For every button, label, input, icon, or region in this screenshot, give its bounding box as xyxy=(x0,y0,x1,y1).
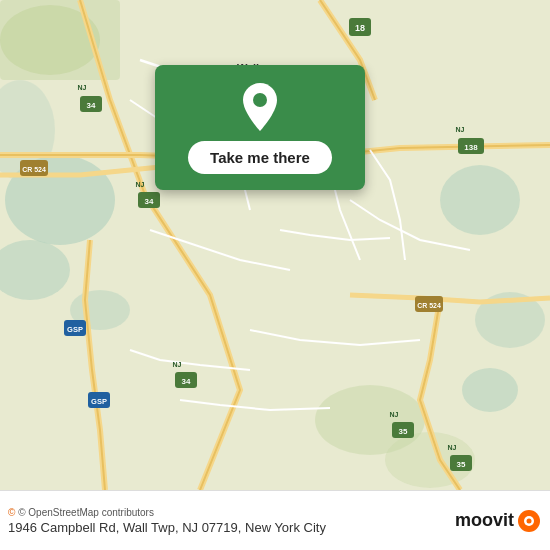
svg-text:35: 35 xyxy=(457,460,466,469)
osm-credit: © © OpenStreetMap contributors xyxy=(8,507,326,518)
svg-text:34: 34 xyxy=(145,197,154,206)
svg-text:NJ: NJ xyxy=(456,126,465,133)
svg-text:NJ: NJ xyxy=(173,361,182,368)
svg-text:GSP: GSP xyxy=(91,397,107,406)
copyright-symbol: © xyxy=(8,507,15,518)
svg-text:138: 138 xyxy=(464,143,478,152)
location-card: Take me there xyxy=(155,65,365,190)
svg-point-46 xyxy=(527,518,532,523)
svg-point-4 xyxy=(440,165,520,235)
moovit-logo: moovit xyxy=(455,510,540,532)
svg-text:CR 524: CR 524 xyxy=(417,302,441,309)
moovit-logo-text: moovit xyxy=(455,510,514,531)
take-me-there-button[interactable]: Take me there xyxy=(188,141,332,174)
svg-text:NJ: NJ xyxy=(448,444,457,451)
svg-text:35: 35 xyxy=(399,427,408,436)
svg-text:34: 34 xyxy=(182,377,191,386)
map-pin-icon xyxy=(240,83,280,131)
bottom-bar: © © OpenStreetMap contributors 1946 Camp… xyxy=(0,490,550,550)
svg-text:GSP: GSP xyxy=(67,325,83,334)
map-container: 34 NJ 34 NJ 34 NJ 138 NJ 138 NJ 35 NJ 35… xyxy=(0,0,550,490)
svg-point-6 xyxy=(462,368,518,412)
svg-point-44 xyxy=(253,93,267,107)
svg-text:NJ: NJ xyxy=(136,181,145,188)
osm-credit-text: © OpenStreetMap contributors xyxy=(18,507,154,518)
svg-text:NJ: NJ xyxy=(390,411,399,418)
moovit-logo-dot xyxy=(518,510,540,532)
svg-text:CR 524: CR 524 xyxy=(22,166,46,173)
address-text: 1946 Campbell Rd, Wall Twp, NJ 07719, Ne… xyxy=(8,520,326,535)
bottom-info: © © OpenStreetMap contributors 1946 Camp… xyxy=(8,507,326,535)
svg-text:NJ: NJ xyxy=(78,84,87,91)
svg-text:34: 34 xyxy=(87,101,96,110)
svg-text:18: 18 xyxy=(355,23,365,33)
